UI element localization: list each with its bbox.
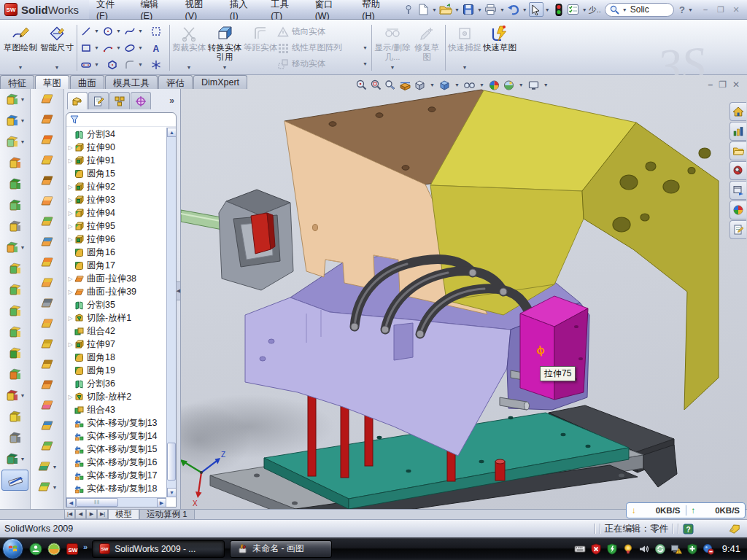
undo-icon[interactable]: [506, 2, 521, 17]
tree-horizontal-scrollbar[interactable]: ◀ ⦀⦀ ▶: [66, 497, 166, 507]
guide-bushing[interactable]: [495, 459, 505, 481]
wedge-tool-icon[interactable]: [0, 195, 30, 216]
save-caret-icon[interactable]: ▼: [477, 7, 482, 12]
custom-properties-tab[interactable]: [729, 220, 746, 239]
open-caret-icon[interactable]: ▼: [454, 7, 460, 12]
sketch-fillet-tool[interactable]: ▼: [123, 56, 145, 73]
zoom-selection-icon[interactable]: [384, 79, 397, 91]
network-off-icon[interactable]: [703, 542, 715, 555]
scroll-left-button[interactable]: ◀: [66, 498, 76, 508]
print-caret-icon[interactable]: ▼: [500, 7, 505, 12]
command-tab-3[interactable]: 模具工具: [105, 75, 158, 89]
flag-tool-icon[interactable]: [31, 395, 63, 416]
elbow-surface-icon[interactable]: [31, 273, 63, 293]
nav-first-button[interactable]: |◀: [64, 510, 75, 519]
view-palette-tab[interactable]: [729, 181, 746, 200]
ellipse-tool[interactable]: ▼: [123, 39, 145, 56]
extend-surface-icon[interactable]: [31, 375, 63, 395]
doc-close-button[interactable]: ✕: [732, 79, 740, 90]
network-warning-icon[interactable]: !: [670, 542, 683, 555]
move-caret-icon[interactable]: ▼: [363, 61, 368, 66]
tree-item[interactable]: 实体-移动/复制13: [66, 416, 166, 429]
expand-arrow-icon[interactable]: ▷: [66, 210, 74, 217]
fillet-tool-icon[interactable]: ▼: [0, 131, 30, 152]
vertical-scroll-thumb[interactable]: [167, 443, 176, 481]
quick-sketch-button[interactable]: 快速草图: [481, 22, 518, 74]
doc-restore-button[interactable]: ❐: [719, 79, 727, 90]
tree-item[interactable]: 圆角18: [66, 351, 166, 364]
tree-vertical-scrollbar[interactable]: ▲ ▼: [166, 128, 176, 497]
tree-item[interactable]: ▷ 拉伸92: [66, 180, 166, 193]
spline-tool[interactable]: ▼: [123, 23, 145, 39]
panel-splitter-arrow[interactable]: ◀: [176, 281, 181, 300]
core-cavity-icon[interactable]: [0, 174, 30, 195]
lofted-surface-icon[interactable]: [31, 150, 63, 171]
magenta-insert-block[interactable]: ϕ: [520, 296, 588, 400]
mid-surface-icon[interactable]: [31, 191, 63, 211]
compare-faces-icon[interactable]: [0, 279, 30, 300]
compare-bodies-icon[interactable]: [0, 258, 30, 279]
tree-item[interactable]: ▷ 拉伸97: [66, 338, 166, 351]
line-tool[interactable]: ▼: [80, 23, 101, 39]
command-tab-5[interactable]: DimXpert: [193, 75, 247, 89]
tree-item[interactable]: 实体-移动/复制15: [66, 443, 166, 456]
tree-item[interactable]: 组合43: [66, 403, 166, 416]
panel-expand-chevron[interactable]: »: [169, 96, 179, 106]
linear-pattern-caret-icon[interactable]: ▼: [363, 45, 368, 50]
rectangle-tool[interactable]: ▼: [80, 39, 101, 56]
search-tab[interactable]: [729, 161, 746, 180]
expand-arrow-icon[interactable]: ▷: [66, 341, 74, 348]
convert-caret-icon[interactable]: ▼: [222, 63, 228, 72]
quick-snaps-button[interactable]: 快速捕捉 ▼: [448, 22, 481, 74]
shield-flash-icon[interactable]: [606, 542, 619, 555]
display-style-icon[interactable]: [438, 79, 451, 91]
replace-face-icon[interactable]: [31, 314, 63, 334]
polygon-tool[interactable]: [101, 56, 123, 73]
tree-item[interactable]: 圆角19: [66, 364, 166, 377]
display-delete-relations-button[interactable]: 显示/删除几... ▼: [374, 22, 411, 74]
quick-launch-overflow-icon[interactable]: »: [83, 542, 88, 551]
expand-arrow-icon[interactable]: ▷: [66, 394, 74, 400]
tree-item[interactable]: ▷ 拉伸91: [66, 154, 166, 167]
instant3d-icon[interactable]: [0, 216, 30, 237]
minimize-button[interactable]: –: [699, 4, 712, 15]
delete-face-icon[interactable]: [31, 293, 63, 314]
tree-item[interactable]: 实体-移动/复制14: [66, 429, 166, 443]
expand-arrow-icon[interactable]: ▷: [66, 184, 74, 190]
parting-line-icon[interactable]: [31, 334, 63, 354]
save-icon[interactable]: [461, 2, 476, 17]
gray-clamp-block[interactable]: [219, 190, 293, 290]
tree-item[interactable]: 圆角15: [66, 167, 166, 180]
zoom-area-icon[interactable]: [370, 79, 382, 91]
menu-item-2[interactable]: 视图(V): [178, 0, 222, 21]
expand-arrow-icon[interactable]: ▷: [66, 289, 74, 295]
dimxpert-tab[interactable]: [131, 92, 151, 109]
planar-tool-icon[interactable]: [0, 406, 30, 427]
help-button[interactable]: ?: [678, 4, 686, 15]
health-shield-icon[interactable]: [686, 542, 699, 555]
menu-item-1[interactable]: 编辑(E): [133, 0, 177, 21]
tag-icon[interactable]: [727, 524, 741, 534]
graphics-area[interactable]: ϕ Y Z: [181, 75, 747, 519]
swept-surface-icon[interactable]: [31, 89, 63, 109]
undo-caret-icon[interactable]: ▼: [522, 7, 527, 12]
nav-last-button[interactable]: ▶|: [97, 510, 108, 519]
search-scope-caret-icon[interactable]: ▼: [622, 7, 627, 12]
convert-entities-button[interactable]: 转换实体引用 ▼: [206, 22, 244, 74]
badge-icon[interactable]: [622, 542, 635, 555]
expand-arrow-icon[interactable]: ▷: [66, 158, 74, 164]
open-icon[interactable]: [438, 2, 453, 17]
command-tab-0[interactable]: 特征: [0, 75, 34, 89]
solidworks-icon[interactable]: SW: [66, 542, 79, 556]
scroll-right-button[interactable]: ▶: [157, 498, 166, 508]
scroll-down-button[interactable]: ▼: [167, 488, 177, 497]
freeform-icon[interactable]: [31, 232, 63, 252]
move-entities-button[interactable]: 移动实体 ▼: [277, 57, 369, 71]
curve-dots-icon[interactable]: [0, 427, 30, 448]
sketch-button[interactable]: 草图绘制 ▼: [1, 22, 39, 74]
slot-tool[interactable]: ▼: [80, 56, 101, 73]
tree-item[interactable]: 分割34: [66, 128, 166, 141]
new-icon[interactable]: [416, 2, 430, 17]
hide-show-items-icon[interactable]: [463, 79, 476, 91]
move-copy-bodies-icon[interactable]: [0, 364, 30, 385]
